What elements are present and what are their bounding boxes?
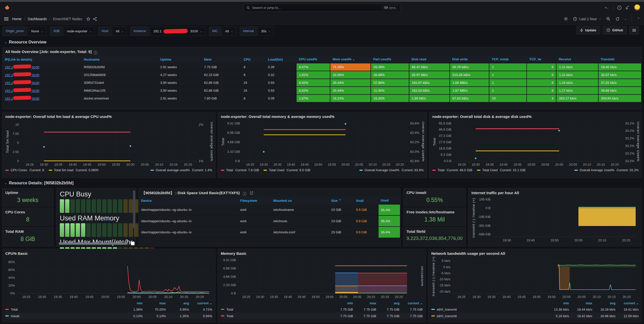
external-link-icon[interactable]: [250, 191, 253, 195]
time-range-picker[interactable]: Last 1 hour ⌄: [573, 17, 601, 21]
column-header[interactable]: Uptime: [158, 56, 202, 63]
help-icon[interactable]: ?: [617, 6, 622, 10]
legend-series-name[interactable]: eth0_transmit: [437, 308, 457, 311]
dashboard-settings-gear-icon[interactable]: [564, 17, 568, 21]
panel-title[interactable]: node-exporter: Overall total disk & aver…: [429, 112, 642, 120]
column-header[interactable]: CPU: [241, 56, 265, 63]
legend-series-name[interactable]: Overall Average Used%: [580, 168, 614, 172]
panel-menu-button[interactable]: [629, 26, 639, 34]
cpu-basic-chart[interactable]: 0%20%40%60%80%19:2519:3019:3519:4019:451…: [5, 257, 213, 300]
node-ip-link[interactable]: 192.1:9100: [5, 73, 39, 77]
menu-toggle-icon[interactable]: [4, 17, 9, 21]
news-icon[interactable]: [626, 6, 630, 10]
section-resource-overview[interactable]: ⌄Resource Overview: [5, 40, 46, 44]
legend-stat-header[interactable]: max: [353, 301, 376, 305]
column-header[interactable]: Device: [139, 197, 238, 204]
column-header[interactable]: CPU used%: [296, 56, 330, 63]
share-icon[interactable]: [93, 17, 97, 21]
collapse-controls-icon[interactable]: ⌃: [637, 17, 640, 21]
legend-stat-header[interactable]: current ⌄: [615, 301, 639, 305]
panel-title[interactable]: Memory Basic: [218, 249, 426, 257]
column-header[interactable]: Filesystem: [238, 197, 271, 204]
legend-series-name[interactable]: CPU Cores: [11, 168, 27, 172]
variable-value-dropdown[interactable]: All⌄: [112, 27, 127, 36]
column-header[interactable]: Hostname: [81, 56, 158, 63]
legend-series-name[interactable]: Total: [11, 308, 18, 311]
global-search[interactable]: Search or jump to... ⌨ ctrl+k: [244, 4, 400, 12]
node-ip-link[interactable]: 192.1:9100: [5, 97, 39, 101]
column-header[interactable]: IP(Link to details): [2, 56, 81, 63]
vertical-scrollbar[interactable]: [133, 190, 135, 228]
variable-value-dropdown[interactable]: 192.1:9100⌄: [150, 27, 205, 36]
variable-value-dropdown[interactable]: 30s⌄: [258, 27, 274, 36]
column-header[interactable]: Disk write: [450, 56, 489, 63]
legend-series-name[interactable]: Total: [438, 168, 444, 172]
panel-title[interactable]: Internet traffic per hour All: [468, 188, 642, 196]
column-header[interactable]: Mem: [202, 56, 241, 63]
legend-stat-header[interactable]: avg: [376, 301, 399, 305]
memory-basic-chart[interactable]: 0 B2.33 GiB4.66 GiB6.98 GiB9.31 GiB19:25…: [221, 257, 423, 300]
github-button[interactable]: ?GitHub: [603, 26, 627, 34]
section-resource-details[interactable]: ⌄Resource Details: [905832b2b5fd]: [5, 181, 73, 185]
legend-series-name[interactable]: Overall Average Used%: [365, 168, 399, 172]
horizontal-scrollbar[interactable]: [59, 242, 127, 245]
legend-stat-header[interactable]: avg: [166, 301, 189, 305]
column-header[interactable]: Used: [378, 197, 400, 204]
node-ip-link[interactable]: 192.1:9100: [5, 65, 39, 69]
legend-series-name[interactable]: Total Used: [482, 168, 498, 172]
legend-series-name[interactable]: Total: [226, 314, 233, 318]
node-table-title[interactable]: All Node Overview [Job: node-exporter, T…: [2, 47, 642, 56]
zoom-out-icon[interactable]: [606, 17, 610, 21]
refresh-button[interactable]: [615, 17, 620, 21]
column-header[interactable]: Size ⌃: [329, 197, 353, 204]
disk-panel-title[interactable]: 【905832b2b5fd】 : Disk Space Used Basic(E…: [139, 188, 400, 197]
variable-value-dropdown[interactable]: node-exporter⌄: [64, 27, 95, 36]
legend-series-name[interactable]: Total: [226, 308, 233, 311]
legend-stat-header[interactable]: avg: [592, 301, 615, 305]
column-header[interactable]: Load(5m): [265, 56, 296, 63]
column-header[interactable]: Part used%: [371, 56, 409, 63]
breadcrumb-dashboards[interactable]: Dashboards: [28, 17, 47, 21]
breadcrumb-home[interactable]: Home: [12, 17, 21, 21]
panel-title[interactable]: node-exporter: Overall total memory & av…: [218, 112, 427, 120]
legend-series-name[interactable]: Overall average used%: [156, 168, 190, 172]
legend-series-name[interactable]: Total Used: [269, 168, 284, 172]
node-ip-link[interactable]: 192.1:9100: [5, 89, 39, 93]
info-icon[interactable]: i: [94, 51, 97, 55]
column-header[interactable]: TCP_estab: [489, 56, 527, 63]
node-ip-link[interactable]: 192.1:9100: [5, 81, 39, 85]
legend-stat-header[interactable]: current ⌄: [189, 301, 212, 305]
add-menu-button[interactable]: + ⌄: [605, 6, 609, 10]
column-header[interactable]: TCP_tw: [527, 56, 556, 63]
column-header[interactable]: Mounted on: [271, 197, 329, 204]
legend-stat-header[interactable]: current ⌄: [399, 301, 423, 305]
variable-value-dropdown[interactable]: None⌄: [28, 27, 46, 36]
memory-overall-chart[interactable]: 0 B2.33 GiB4.66 GiB6.98 GiB9.31 GiB19:25…: [221, 120, 424, 168]
update-button[interactable]: Update: [576, 26, 600, 34]
user-avatar[interactable]: [634, 4, 640, 11]
internet-traffic-chart[interactable]: 195 KiB0 B-195 KiB-391 KiB-586 KiB19:301…: [471, 196, 639, 243]
legend-series-name[interactable]: eth0_transmit: [437, 314, 457, 318]
legend-series-name[interactable]: Total 5m load: [54, 168, 73, 172]
column-header[interactable]: Avail: [353, 197, 378, 204]
column-header[interactable]: Transmit: [598, 56, 641, 63]
column-header[interactable]: Receive: [556, 56, 598, 63]
legend-series-name[interactable]: Total: [226, 168, 233, 172]
legend-stat-header[interactable]: min: [119, 301, 143, 305]
legend-stat-header[interactable]: min: [330, 301, 353, 305]
cpu-load-chart[interactable]: 02.5057.501019:2519:3019:3519:4019:4519:…: [5, 120, 213, 168]
panel-title[interactable]: CPU% Basic: [2, 249, 215, 257]
panel-title[interactable]: Network bandwidth usage per second All: [428, 249, 642, 257]
refresh-interval-caret[interactable]: ⌄: [625, 17, 627, 20]
variable-value-dropdown[interactable]: All⌄: [222, 27, 236, 36]
column-header[interactable]: Disk read: [409, 56, 450, 63]
column-header[interactable]: Mem used% ⌄: [330, 56, 371, 63]
legend-stat-header[interactable]: max: [143, 301, 166, 305]
legend-stat-header[interactable]: min: [546, 301, 569, 305]
favorite-star-icon[interactable]: [86, 17, 90, 21]
grafana-logo-icon[interactable]: [4, 4, 11, 11]
legend-series-name[interactable]: Iowait: [11, 314, 19, 318]
info-icon[interactable]: i: [243, 192, 247, 196]
disk-overall-chart[interactable]: 0.0 B9.3 GiB18.6 GiB27.9 GiB37.3 GiB46.6…: [432, 120, 639, 168]
legend-stat-header[interactable]: max: [569, 301, 592, 305]
